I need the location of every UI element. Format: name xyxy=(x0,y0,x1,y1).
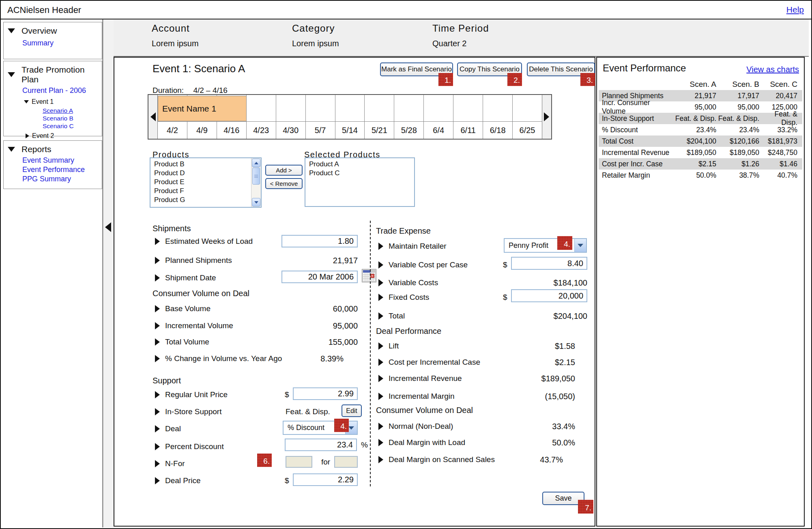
deal-price-input[interactable] xyxy=(293,473,358,486)
deal-margin-with-load-value: 50.0% xyxy=(471,438,575,447)
account-label: Account xyxy=(152,23,190,34)
sidebar-tpp-header[interactable]: Trade Promotion Plan xyxy=(4,61,102,84)
tree-item-event-1[interactable]: Event 1 xyxy=(4,98,102,105)
remove-product-button[interactable]: < Remove xyxy=(265,178,303,189)
row-bullet-icon xyxy=(155,338,160,346)
row-bullet-icon xyxy=(155,274,160,282)
tree-item-scenario-a[interactable]: Scenario A xyxy=(4,107,102,114)
selected-products-listbox: Product A Product C xyxy=(305,157,415,207)
sidebar-reports-header[interactable]: Reports xyxy=(4,141,102,154)
variable-cost-per-case-input[interactable] xyxy=(511,257,587,270)
deal-row: Deal xyxy=(155,424,181,434)
row-label: Percent Discount xyxy=(165,442,224,451)
scrollbar-thumb[interactable] xyxy=(252,168,260,185)
panel-gutter xyxy=(103,19,114,527)
timeline-week: 6/18 xyxy=(483,95,512,139)
row-label: Variable Cost per Case xyxy=(389,260,468,269)
chevron-down-icon[interactable] xyxy=(574,239,586,252)
row-bullet-icon xyxy=(378,312,383,320)
list-item[interactable]: Product A xyxy=(309,160,414,169)
edit-in-store-support-button[interactable]: Edit xyxy=(342,404,362,417)
maintain-retailer-dropdown[interactable]: Penny Profit xyxy=(504,238,587,253)
table-row: % Discount 23.4% 23.4% 33.2% xyxy=(599,124,802,135)
row-label: Normal (Non-Deal) xyxy=(389,422,453,431)
shipment-date-input[interactable] xyxy=(281,271,358,283)
row-bullet-icon xyxy=(378,423,383,430)
view-as-charts-link[interactable]: View as charts xyxy=(746,65,799,74)
row-label: Retailer Margin xyxy=(599,171,675,180)
regular-unit-price-input[interactable] xyxy=(293,387,358,400)
products-list: Product B Product D Product E Product F … xyxy=(150,158,251,207)
tree-item-scenario-c[interactable]: Scenario C xyxy=(4,122,102,130)
help-link[interactable]: Help xyxy=(786,5,804,15)
cell-scen-b: $120,166 xyxy=(716,137,759,146)
row-label: In-Store Support xyxy=(599,114,675,123)
pct-change-volume-value: 8.39% xyxy=(269,354,344,363)
percent-discount-input[interactable] xyxy=(285,439,357,451)
products-scrollbar[interactable] xyxy=(251,158,261,207)
sidebar-section-reports: Reports Event Summary Event Performance … xyxy=(3,140,102,189)
sidebar-overview-header[interactable]: Overview xyxy=(4,22,102,36)
column-divider xyxy=(370,221,371,486)
sidebar-item-event-summary[interactable]: Event Summary xyxy=(4,156,102,165)
row-label: Cost per Incr. Case xyxy=(599,160,675,168)
cell-scen-a: $2.15 xyxy=(675,160,716,168)
chevron-down-icon xyxy=(8,72,15,77)
timeline-scroll-left[interactable] xyxy=(148,95,158,139)
collapse-panel-icon[interactable] xyxy=(105,222,111,232)
row-bullet-icon xyxy=(155,355,160,362)
timeline-date: 6/18 xyxy=(483,122,512,139)
n-for-count-input[interactable] xyxy=(286,456,312,468)
consumer-volume-right-section-title: Consumer Volume on Deal xyxy=(376,406,473,415)
sidebar-item-event-performance[interactable]: Event Performance xyxy=(4,165,102,174)
deal-margin-with-load-row: Deal Margin with Load xyxy=(378,437,465,448)
chevron-down-icon xyxy=(8,147,15,152)
tree-item-scenario-b[interactable]: Scenario B xyxy=(4,114,102,122)
percent-discount-row: Percent Discount xyxy=(155,441,224,452)
event-performance-title: Event Performance xyxy=(603,62,686,74)
tree-item-event-2[interactable]: Event 2 xyxy=(4,132,102,140)
sidebar-item-summary[interactable]: Summary xyxy=(4,39,102,47)
scroll-down-icon[interactable] xyxy=(252,198,260,206)
fixed-costs-input[interactable] xyxy=(511,289,587,302)
currency-prefix: $ xyxy=(285,390,289,399)
arrow-left-icon xyxy=(150,112,156,121)
estimated-weeks-input[interactable] xyxy=(281,235,358,247)
n-for-price-input[interactable] xyxy=(334,456,358,468)
scroll-up-icon[interactable] xyxy=(252,159,260,167)
row-bullet-icon xyxy=(378,294,383,301)
timeline-scroll-right[interactable] xyxy=(542,95,551,139)
list-item[interactable]: Product F xyxy=(154,187,251,196)
row-bullet-icon xyxy=(155,425,160,432)
n-for-separator: for xyxy=(321,458,330,467)
deal-margin-scanned-sales-value: 43.7% xyxy=(459,455,563,464)
timeline-date: 6/11 xyxy=(453,122,483,139)
support-section-title: Support xyxy=(153,376,181,385)
scenario-title: Event 1: Scenario A xyxy=(153,62,245,75)
timeline-week: 6/4 xyxy=(423,95,453,139)
row-label: Estimated Weeks of Load xyxy=(165,237,253,246)
event-timeline: 4/2 4/9 4/16 4/23 4/30 5/7 5/14 5/21 5/2… xyxy=(148,94,552,140)
list-item[interactable]: Product G xyxy=(154,196,251,204)
sidebar-item-current-plan[interactable]: Current Plan - 2006 xyxy=(4,86,102,95)
event-bar[interactable]: Event Name 1 xyxy=(158,96,247,121)
sidebar-item-ppg-summary[interactable]: PPG Summary xyxy=(4,174,102,184)
timeline-week: 6/25 xyxy=(512,95,542,139)
calendar-icon[interactable] xyxy=(362,269,376,282)
add-product-button[interactable]: Add > xyxy=(265,165,303,176)
list-item[interactable]: Product B xyxy=(154,160,251,169)
table-row: Retailer Margin 50.0% 38.7% 40.7% xyxy=(599,170,802,181)
row-bullet-icon xyxy=(155,322,160,329)
cell-scen-a: $204,100 xyxy=(675,137,716,146)
row-label: Maintain Retailer xyxy=(389,242,447,251)
sidebar-overview-title: Overview xyxy=(21,26,57,36)
currency-prefix: $ xyxy=(285,476,289,485)
list-item[interactable]: Product E xyxy=(154,178,251,187)
timeline-date: 5/28 xyxy=(394,122,423,139)
row-label: Base Volume xyxy=(165,304,211,313)
shipments-section-title: Shipments xyxy=(153,224,191,233)
list-item[interactable]: Product D xyxy=(154,169,251,178)
table-row: In-Store Support Feat. & Disp. Feat. & D… xyxy=(599,113,802,124)
incremental-volume-value: 95,000 xyxy=(281,321,358,331)
list-item[interactable]: Product C xyxy=(309,169,414,178)
